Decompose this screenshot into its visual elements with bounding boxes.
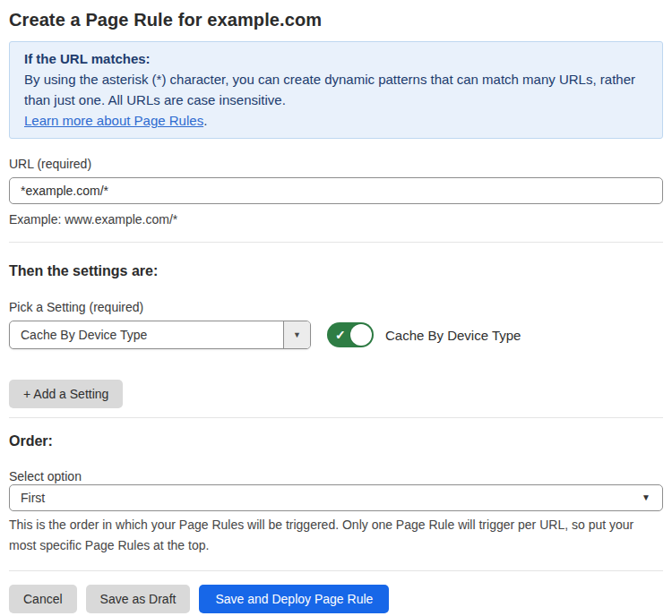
cancel-button[interactable]: Cancel bbox=[9, 585, 77, 613]
add-setting-button[interactable]: + Add a Setting bbox=[9, 380, 123, 408]
setting-select-caret-button[interactable]: ▼ bbox=[283, 321, 310, 348]
info-box-link-line: Learn more about Page Rules. bbox=[24, 110, 648, 131]
select-option-label: Select option bbox=[9, 469, 663, 484]
pick-setting-label: Pick a Setting (required) bbox=[9, 300, 663, 315]
info-box-heading: If the URL matches: bbox=[24, 48, 648, 69]
caret-down-icon: ▼ bbox=[642, 493, 662, 502]
create-page-rule-form: Create a Page Rule for example.com If th… bbox=[0, 0, 672, 613]
url-example-text: Example: www.example.com/* bbox=[9, 210, 663, 229]
page-title: Create a Page Rule for example.com bbox=[9, 7, 663, 32]
url-field-label: URL (required) bbox=[9, 157, 663, 172]
order-select-value: First bbox=[10, 491, 642, 505]
toggle-label: Cache By Device Type bbox=[385, 328, 521, 343]
toggle-knob bbox=[350, 324, 372, 346]
section-divider bbox=[9, 242, 663, 243]
save-and-deploy-button[interactable]: Save and Deploy Page Rule bbox=[199, 585, 389, 613]
setting-select[interactable]: Cache By Device Type ▼ bbox=[9, 321, 311, 349]
section-divider bbox=[9, 417, 663, 418]
order-select[interactable]: First ▼ bbox=[9, 484, 663, 511]
url-input[interactable] bbox=[9, 177, 663, 204]
cache-by-device-type-toggle[interactable]: ✓ bbox=[327, 322, 374, 347]
link-suffix-text: . bbox=[203, 113, 207, 128]
order-helper-text: This is the order in which your Page Rul… bbox=[9, 515, 663, 556]
learn-more-link[interactable]: Learn more about Page Rules bbox=[24, 113, 203, 128]
info-box-body: By using the asterisk (*) character, you… bbox=[24, 69, 648, 110]
footer-divider bbox=[9, 570, 663, 571]
save-as-draft-button[interactable]: Save as Draft bbox=[86, 585, 191, 613]
footer-actions: Cancel Save as Draft Save and Deploy Pag… bbox=[9, 585, 663, 613]
url-match-info-box: If the URL matches: By using the asteris… bbox=[9, 41, 663, 139]
setting-select-value: Cache By Device Type bbox=[10, 328, 283, 342]
settings-section-heading: Then the settings are: bbox=[9, 262, 663, 279]
caret-down-icon: ▼ bbox=[293, 331, 301, 339]
check-icon: ✓ bbox=[335, 322, 346, 347]
setting-row: Cache By Device Type ▼ ✓ Cache By Device… bbox=[9, 321, 663, 349]
order-section-heading: Order: bbox=[9, 432, 663, 449]
